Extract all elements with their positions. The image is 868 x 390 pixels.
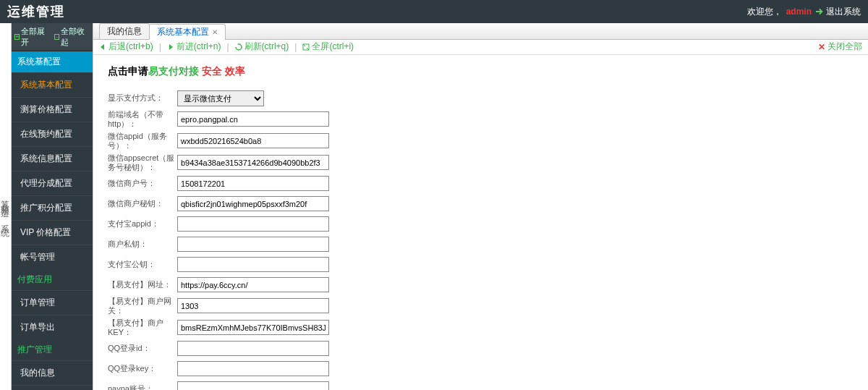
app-title: 运维管理 — [7, 3, 65, 20]
banner[interactable]: 点击申请易支付对接 安全 效率 — [108, 65, 854, 78]
sidebar-item-account[interactable]: 帐号管理 — [12, 245, 93, 269]
fullscreen-button[interactable]: 全屏(ctrl+i) — [302, 41, 354, 53]
sidebar-item-agent[interactable]: 代理分成配置 — [12, 171, 93, 195]
label-qqkey: QQ登录key： — [108, 364, 177, 373]
close-all-icon: ✕ — [818, 42, 825, 52]
refresh-button[interactable]: 刷新(ctrl+q) — [235, 41, 289, 53]
wxappid-input[interactable] — [177, 133, 329, 148]
sidebar-group-pay[interactable]: 付费应用 — [12, 269, 93, 290]
expand-all-button[interactable]: +全部展开 — [14, 26, 50, 48]
sidebar-item-priceconf[interactable]: 测算价格配置 — [12, 97, 93, 122]
label-epaykey: 【易支付】商户KEY： — [108, 318, 177, 337]
sidebar-item-promopoints[interactable]: 推广积分配置 — [12, 195, 93, 220]
label-aliprikey: 商户私钥： — [108, 239, 177, 249]
label-paymode: 显示支付方式： — [108, 93, 177, 103]
sidebar: +全部展开 -全部收起 系统基配置 系统基本配置 测算价格配置 在线预约配置 系… — [12, 23, 93, 390]
sidebar-item-orderexport[interactable]: 订单导出 — [12, 315, 93, 339]
sidebar-item-sysbasic[interactable]: 系统基本配置 — [12, 72, 93, 97]
label-aliappid: 支付宝appid： — [108, 219, 177, 229]
alipubkey-input[interactable] — [177, 257, 329, 272]
qqkey-input[interactable] — [177, 361, 329, 376]
close-icon[interactable]: ✕ — [212, 28, 218, 36]
paymode-select[interactable]: 显示微信支付 — [177, 90, 264, 106]
sidebar-item-sysinfo[interactable]: 系统信息配置 — [12, 146, 93, 171]
label-domain: 前端域名（不带http）： — [108, 110, 177, 129]
paypal-input[interactable] — [177, 381, 329, 390]
sidebar-item-orders[interactable]: 订单管理 — [12, 290, 93, 315]
epaygw-input[interactable] — [177, 298, 329, 313]
tab-sysbasic[interactable]: 系统基本配置✕ — [149, 24, 226, 40]
closeall-button[interactable]: ✕关闭全部 — [818, 41, 862, 53]
arrow-right-icon — [167, 43, 174, 51]
sidebar-expand-controls: +全部展开 -全部收起 — [12, 23, 93, 51]
label-paypal: paypa账号： — [108, 384, 177, 390]
qqid-input[interactable] — [177, 341, 329, 356]
logout-button[interactable]: 退出系统 — [816, 6, 861, 18]
forward-button[interactable]: 前进(ctrl+n) — [167, 41, 221, 53]
toolbar: 后退(ctrl+b) | 前进(ctrl+n) | 刷新(ctrl+q) | 全… — [93, 40, 868, 55]
epaykey-input[interactable] — [177, 320, 329, 335]
wxsecret-input[interactable] — [177, 155, 329, 170]
sidebar-item-myinfo[interactable]: 我的信息 — [12, 360, 93, 385]
label-wxappid: 微信appid（服务号）： — [108, 132, 177, 151]
sidebar-group-promo[interactable]: 推广管理 — [12, 339, 93, 360]
tabbar: 我的信息 系统基本配置✕ — [93, 23, 868, 40]
minus-icon: - — [54, 34, 59, 40]
plus-icon: + — [14, 34, 20, 40]
sidebar-item-promolink[interactable]: 推广链接 — [12, 385, 93, 390]
label-wxmchkey: 微信商户秘钥： — [108, 199, 177, 208]
label-alipubkey: 支付宝公钥： — [108, 260, 177, 269]
wxmch-input[interactable] — [177, 176, 329, 191]
content: 我的信息 系统基本配置✕ 后退(ctrl+b) | 前进(ctrl+n) | 刷… — [93, 23, 868, 390]
form-area: 点击申请易支付对接 安全 效率 显示支付方式： 显示微信支付 前端域名（不带ht… — [93, 55, 868, 390]
current-user: admin — [786, 7, 812, 17]
label-wxmch: 微信商户号： — [108, 179, 177, 188]
header-userinfo: 欢迎您， admin 退出系统 — [747, 6, 861, 18]
refresh-icon — [235, 43, 242, 51]
wxmchkey-input[interactable] — [177, 196, 329, 211]
sidebar-item-vipprice[interactable]: VIP 价格配置 — [12, 220, 93, 245]
label-wxsecret: 微信appsecret（服务号秘钥）： — [108, 153, 177, 172]
epayurl-input[interactable] — [177, 277, 329, 292]
arrow-left-icon — [99, 43, 106, 51]
fullscreen-icon — [302, 43, 310, 51]
aliappid-input[interactable] — [177, 216, 329, 232]
sidebar-group-system[interactable]: 系统基配置 — [12, 51, 93, 72]
topbar: 运维管理 欢迎您， admin 退出系统 — [0, 0, 868, 23]
logout-icon — [816, 7, 825, 16]
domain-input[interactable] — [177, 111, 329, 127]
welcome-label: 欢迎您， — [747, 6, 782, 18]
label-epayurl: 【易支付】网址： — [108, 280, 177, 289]
sidebar-item-reserve[interactable]: 在线预约配置 — [12, 122, 93, 146]
collapse-all-button[interactable]: -全部收起 — [54, 26, 90, 48]
label-qqid: QQ登录id： — [108, 344, 177, 353]
vertical-channel-strip: 算命频道 系统 — [0, 23, 12, 390]
back-button[interactable]: 后退(ctrl+b) — [99, 41, 153, 53]
aliprikey-input[interactable] — [177, 237, 329, 252]
label-epaygw: 【易支付】商户网关： — [108, 297, 177, 315]
tab-myinfo[interactable]: 我的信息 — [99, 23, 150, 39]
